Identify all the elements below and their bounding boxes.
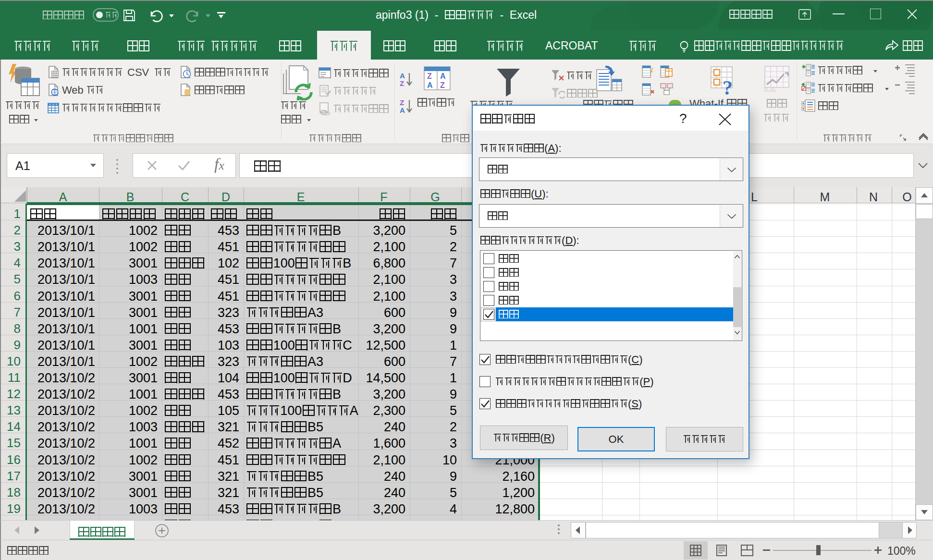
svg-text:Z: Z <box>400 79 404 87</box>
svg-text:Z: Z <box>400 99 404 107</box>
svg-text:A: A <box>400 106 405 114</box>
svg-text:A: A <box>427 81 433 89</box>
svg-text:A: A <box>440 72 446 80</box>
svg-text:A: A <box>400 72 405 80</box>
svg-text:Z: Z <box>440 81 445 89</box>
svg-text:Z: Z <box>427 72 432 80</box>
svg-text:?: ? <box>723 77 733 97</box>
